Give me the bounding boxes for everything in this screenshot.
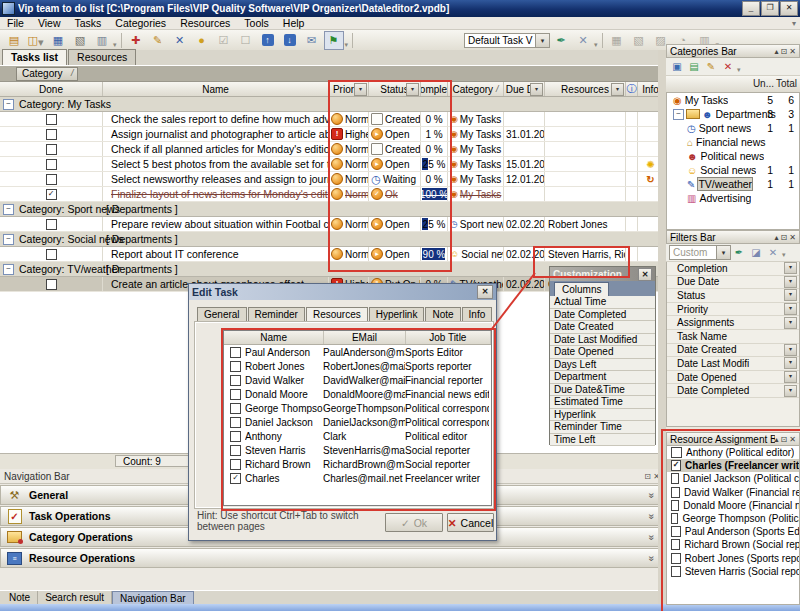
add-category-icon[interactable]: ▣	[669, 59, 685, 74]
filter-preset-combo[interactable]: Custom▾	[669, 245, 731, 260]
customization-close-button[interactable]: ✕	[638, 268, 652, 281]
group-row[interactable]: −Category: Sport news[ Departments ]	[0, 202, 664, 217]
resource-item[interactable]: ✓Charles (Freelancer writer)	[667, 459, 799, 472]
category-tree-item-tv-weather[interactable]: ✎TV/weather11	[667, 177, 799, 191]
resource-checkbox[interactable]	[230, 417, 241, 428]
done-checkbox[interactable]	[46, 279, 57, 290]
column-header-name[interactable]: Name	[103, 82, 329, 96]
table-row[interactable]: Assign journalist and photographer to ar…	[0, 127, 664, 142]
table-row[interactable]: Select newsworthy releases and assign to…	[0, 172, 664, 187]
done-checkbox[interactable]	[46, 219, 57, 230]
column-header-due-dat[interactable]: Due Dat▾	[504, 82, 545, 96]
chevron-down-icon[interactable]: ▾	[784, 262, 797, 274]
customization-item-days-left[interactable]: Days Left	[550, 359, 655, 372]
filter-row-date-last-modifi[interactable]: Date Last Modifi▾	[667, 357, 799, 371]
tab-resources[interactable]: Resources	[68, 49, 136, 65]
category-tree-item-social-news[interactable]: ☺Social news11	[667, 163, 799, 177]
save-database-icon[interactable]: ▦	[48, 31, 68, 50]
edit-task-icon[interactable]: ✎	[148, 31, 168, 50]
category-tree-item-financial-news[interactable]: ⌂Financial news	[667, 135, 799, 149]
close-icon[interactable]: ✕	[789, 47, 796, 56]
resource-checkbox[interactable]	[230, 389, 241, 400]
cell-done[interactable]	[0, 172, 103, 186]
collapse-icon[interactable]: ▴	[775, 233, 779, 242]
collapse-group-icon[interactable]: −	[3, 99, 14, 110]
resource-checkbox[interactable]	[230, 431, 241, 442]
minimize-button[interactable]: _	[742, 1, 760, 16]
menu-resources[interactable]: Resources	[173, 17, 237, 29]
column-header-info-circle[interactable]: ⓘ	[626, 82, 638, 96]
customization-item-date-created[interactable]: Date Created	[550, 321, 655, 334]
table-row[interactable]: Select 5 best photos from the available …	[0, 157, 664, 172]
chevron-down-icon[interactable]: ▾	[784, 276, 797, 288]
dialog-resource-row[interactable]: Steven HarrisStevenHarris@mail.netSocial…	[224, 443, 491, 457]
open-database-icon[interactable]: ◫▾	[26, 31, 46, 50]
new-database-icon[interactable]: ▤	[4, 31, 24, 50]
print-icon[interactable]: ▧	[70, 31, 90, 50]
edit-category-icon[interactable]: ✎	[703, 59, 719, 74]
dialog-resource-row[interactable]: George ThompsonGeorgeThompson@mail.netPo…	[224, 401, 491, 415]
column-header-resources[interactable]: Resources▾	[545, 82, 626, 96]
resource-checkbox[interactable]	[230, 347, 241, 358]
print-preview-icon[interactable]: ▥	[92, 31, 112, 50]
cell-done[interactable]	[0, 127, 103, 141]
menu-view[interactable]: View	[31, 17, 68, 29]
dialog-resource-row[interactable]: AnthonyClarkPolitical editor	[224, 429, 491, 443]
resource-item[interactable]: Robert Jones (Sports reporter)	[667, 552, 799, 565]
resource-item[interactable]: Anthony (Political editor)	[667, 446, 799, 459]
cell-done[interactable]	[0, 277, 103, 291]
customization-item-due-date-time[interactable]: Due Date&Time	[550, 384, 655, 397]
resource-item[interactable]: Donald Moore (Financial news editor)	[667, 499, 799, 512]
chevron-down-icon[interactable]: ▾	[784, 317, 797, 329]
category-tree-item-political-news[interactable]: ☻Political news	[667, 149, 799, 163]
customization-item-date-last-modified[interactable]: Date Last Modified	[550, 334, 655, 347]
filter-row-due-date[interactable]: Due Date▾	[667, 276, 799, 290]
cell-done[interactable]	[0, 142, 103, 156]
dialog-tab-reminder[interactable]: Reminder	[248, 307, 305, 322]
column-header-status[interactable]: Status▾	[369, 82, 421, 96]
resource-item[interactable]: Steven Harris (Social reporter)	[667, 565, 799, 578]
resource-checkbox[interactable]	[671, 487, 680, 498]
cell-done[interactable]: ✓	[0, 187, 103, 201]
nav-section-resource-operations[interactable]: ≡Resource Operations»	[0, 548, 664, 568]
tab-tasks-list[interactable]: Tasks list	[2, 49, 67, 65]
done-checkbox[interactable]	[46, 249, 57, 260]
cancel-button[interactable]: ✕Cancel	[447, 513, 494, 532]
filter-row-status[interactable]: Status▾	[667, 289, 799, 303]
dialog-column-header-job-title[interactable]: Job Title	[406, 331, 491, 344]
resource-item[interactable]: George Thompson (Political correspondent…	[667, 512, 799, 525]
pin-icon[interactable]: ⊡	[781, 233, 788, 242]
clear-filter-icon[interactable]: ◪	[748, 245, 764, 260]
menu-categories[interactable]: Categories	[108, 17, 173, 29]
category-tree-item-departments[interactable]: −☻Departments33	[667, 107, 799, 121]
collapse-group-icon[interactable]: −	[3, 204, 14, 215]
filter-row-priority[interactable]: Priority▾	[667, 303, 799, 317]
resource-checkbox[interactable]	[671, 566, 681, 577]
close-icon[interactable]: ✕	[789, 233, 796, 242]
category-tree-item-advertising[interactable]: ▥Advertising	[667, 191, 799, 205]
resource-item[interactable]: Daniel Jackson (Political correspondent)	[667, 472, 799, 485]
dialog-tab-info[interactable]: Info	[462, 307, 493, 322]
resource-checkbox[interactable]	[230, 403, 241, 414]
bottom-tab-search-result[interactable]: Search result	[38, 591, 112, 604]
column-header-complete[interactable]: Complete	[421, 82, 448, 96]
close-icon[interactable]: ✕	[789, 435, 796, 444]
table-row[interactable]: Prepare review about situation within Fo…	[0, 217, 664, 232]
resource-item[interactable]: Paul Anderson (Sports Editor)	[667, 525, 799, 538]
resource-checkbox[interactable]	[230, 459, 241, 470]
chevron-down-icon[interactable]: ▾	[784, 357, 797, 369]
column-header-priority[interactable]: Priority▾	[329, 82, 369, 96]
delete-task-icon[interactable]: ✕	[170, 31, 190, 50]
resource-checkbox[interactable]	[671, 473, 679, 484]
filter-row-task-name[interactable]: Task Name	[667, 330, 799, 344]
collapse-icon[interactable]: ▴	[775, 435, 779, 444]
dialog-column-header-name[interactable]: Name	[224, 331, 324, 344]
panel-splitter[interactable]	[658, 50, 666, 604]
resource-checkbox[interactable]	[671, 539, 680, 550]
resource-checkbox[interactable]	[230, 375, 241, 386]
toolbar-overflow-icon[interactable]: ▾	[782, 251, 786, 259]
dialog-resource-row[interactable]: Paul AndersonPaulAnderson@mail.netSports…	[224, 345, 491, 359]
dialog-resource-row[interactable]: Robert JonesRobertJones@mail.netSports r…	[224, 359, 491, 373]
customization-item-department[interactable]: Department	[550, 371, 655, 384]
customization-item-date-opened[interactable]: Date Opened	[550, 346, 655, 359]
